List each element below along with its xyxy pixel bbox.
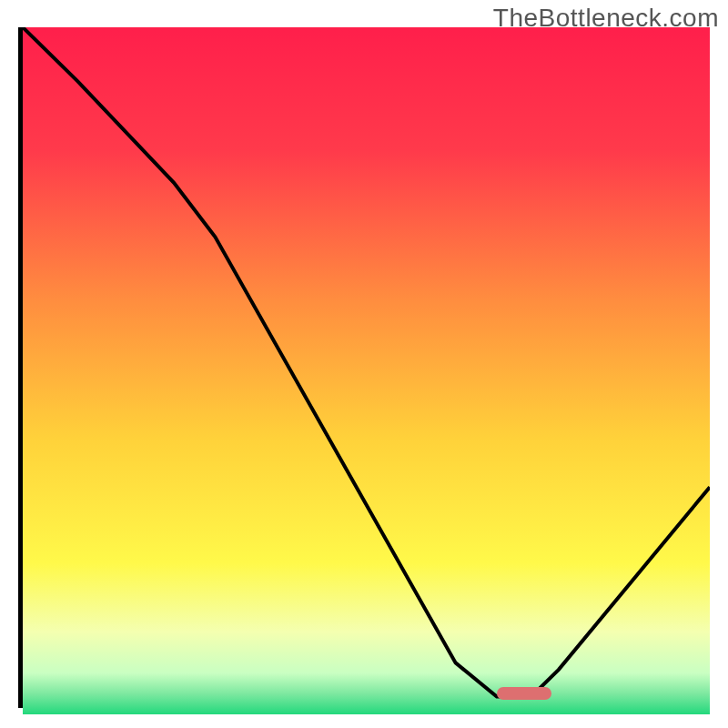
bottleneck-curve <box>23 27 710 703</box>
watermark-text: TheBottleneck.com <box>493 4 719 33</box>
chart-frame: TheBottleneck.com <box>0 0 728 728</box>
optimal-range-marker <box>497 687 551 700</box>
plot-area <box>18 27 710 708</box>
